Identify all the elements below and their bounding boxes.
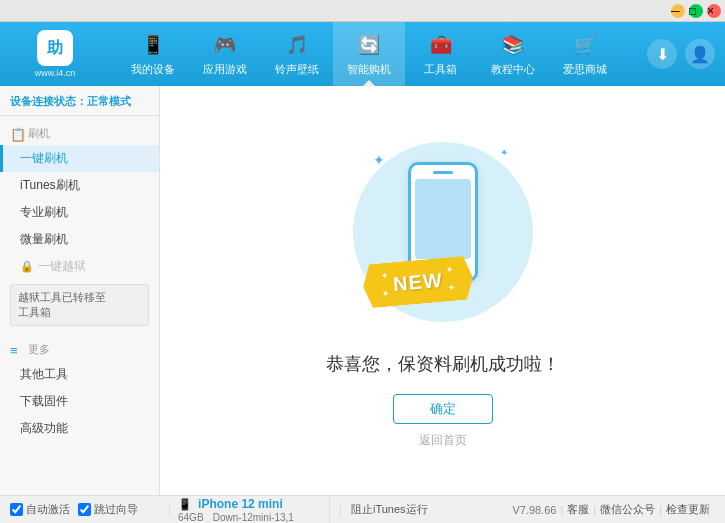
nav-item-toolbox[interactable]: 🧰 工具箱 [405,22,477,86]
sidebar-item-itunes[interactable]: iTunes刷机 [0,172,159,199]
apps-icon: 🎮 [211,31,239,59]
sidebar-item-pro[interactable]: 专业刷机 [0,199,159,226]
success-message: 恭喜您，保资料刷机成功啦！ [326,352,560,376]
nav-item-smart-shop[interactable]: 🔄 智能购机 [333,22,405,86]
header: 助 www.i4.cn 📱 我的设备 🎮 应用游戏 🎵 铃声壁纸 🔄 智能购机 … [0,22,725,86]
logo: 助 www.i4.cn [10,30,100,78]
ribbon-star-2: ✦ [381,289,390,300]
wallpaper-icon: 🎵 [283,31,311,59]
wechat-link[interactable]: 微信公众号 [600,502,655,517]
more-section-icon: ≡ [10,343,24,357]
sidebar: 设备连接状态：正常模式 📋 刷机 一键刷机 iTunes刷机 专业刷机 微量刷机… [0,86,160,495]
auto-start-input[interactable] [10,503,23,516]
sidebar-item-download-fw[interactable]: 下载固件 [0,388,159,415]
flash-section-label: 刷机 [28,126,50,141]
sidebar-item-jailbreak-disabled: 🔒 一键越狱 [0,253,159,280]
stop-itunes-button[interactable]: 阻止iTunes运行 [340,502,428,517]
nav-bar: 📱 我的设备 🎮 应用游戏 🎵 铃声壁纸 🔄 智能购机 🧰 工具箱 📚 教程中心… [100,22,637,86]
shop-icon: 🛒 [571,31,599,59]
nav-item-apps[interactable]: 🎮 应用游戏 [189,22,261,86]
nav-label-smart-shop: 智能购机 [347,62,391,77]
tutorial-icon: 📚 [499,31,527,59]
jailbreak-label: 一键越狱 [38,258,86,275]
auto-start-label: 自动激活 [26,502,70,517]
bottom-status-right: V7.98.66 | 客服 | 微信公众号 | 检查更新 [428,502,715,517]
smart-shop-icon: 🔄 [355,31,383,59]
download-button[interactable]: ⬇ [647,39,677,69]
status-value: 正常模式 [87,95,131,107]
version-label: V7.98.66 [512,504,556,516]
auto-start-checkbox[interactable]: 自动激活 [10,502,70,517]
ribbon-star-3: ✦ [445,265,454,276]
ok-button[interactable]: 确定 [393,394,493,424]
device-system: Down-12mini-13,1 [213,512,294,523]
service-link[interactable]: 客服 [567,502,589,517]
nav-item-tutorial[interactable]: 📚 教程中心 [477,22,549,86]
more-section-label: 更多 [28,342,50,357]
titlebar: ─ □ × [0,0,725,22]
minimize-button[interactable]: ─ [671,4,685,18]
sidebar-item-one-click[interactable]: 一键刷机 [0,145,159,172]
user-button[interactable]: 👤 [685,39,715,69]
ribbon-text: NEW [392,268,443,295]
main-area: 设备连接状态：正常模式 📋 刷机 一键刷机 iTunes刷机 专业刷机 微量刷机… [0,86,725,495]
toolbox-icon: 🧰 [427,31,455,59]
connection-status: 设备连接状态：正常模式 [0,90,159,116]
nav-label-toolbox: 工具箱 [424,62,457,77]
lock-icon: 🔒 [20,260,34,273]
bottom-checkboxes: 自动激活 跳过向导 [10,502,170,517]
sidebar-section-more: ≡ 更多 [0,336,159,361]
check-update-link[interactable]: 检查更新 [666,502,710,517]
sidebar-item-other-tools[interactable]: 其他工具 [0,361,159,388]
logo-icon: 助 [37,30,73,66]
maximize-button[interactable]: □ [689,4,703,18]
nav-label-tutorial: 教程中心 [491,62,535,77]
flash-section-icon: 📋 [10,127,24,141]
phone-icon: 📱 [178,498,192,510]
nav-label-apps: 应用游戏 [203,62,247,77]
bottom-bar: 自动激活 跳过向导 📱 iPhone 12 mini 64GB Down-12m… [0,495,725,523]
star-decoration-1: ✦ [373,152,385,168]
header-right: ⬇ 👤 [647,39,715,69]
main-content: ✦ ✦ ✦ ✦ ✦ ✦ ✦ NEW 恭喜您，保资料刷机成功啦！ 确定 返回首页 [160,86,725,495]
nav-label-my-device: 我的设备 [131,62,175,77]
ribbon-star-4: ✦ [447,283,456,294]
star-decoration-2: ✦ [500,147,508,158]
device-name: iPhone 12 mini [198,497,283,511]
my-device-icon: 📱 [139,31,167,59]
sidebar-section-flash: 📋 刷机 [0,120,159,145]
sidebar-item-micro[interactable]: 微量刷机 [0,226,159,253]
nav-item-wallpaper[interactable]: 🎵 铃声壁纸 [261,22,333,86]
phone-speaker [433,171,453,174]
close-button[interactable]: × [707,4,721,18]
sidebar-item-advanced[interactable]: 高级功能 [0,415,159,442]
skip-wizard-input[interactable] [78,503,91,516]
nav-item-my-device[interactable]: 📱 我的设备 [117,22,189,86]
nav-label-wallpaper: 铃声壁纸 [275,62,319,77]
device-info: 📱 iPhone 12 mini 64GB Down-12mini-13,1 [170,497,330,523]
nav-item-shop[interactable]: 🛒 爱思商城 [549,22,621,86]
nav-label-shop: 爱思商城 [563,62,607,77]
phone-screen [415,179,471,259]
phone-illustration: ✦ ✦ ✦ ✦ ✦ ✦ ✦ NEW [343,132,543,332]
skip-wizard-checkbox[interactable]: 跳过向导 [78,502,138,517]
status-label: 设备连接状态： [10,95,87,107]
device-storage: 64GB [178,512,204,523]
skip-wizard-label: 跳过向导 [94,502,138,517]
ribbon-star-1: ✦ [379,271,388,282]
jailbreak-notice: 越狱工具已转移至 工具箱 [10,284,149,326]
back-home-link[interactable]: 返回首页 [419,432,467,449]
logo-text: www.i4.cn [35,68,76,78]
